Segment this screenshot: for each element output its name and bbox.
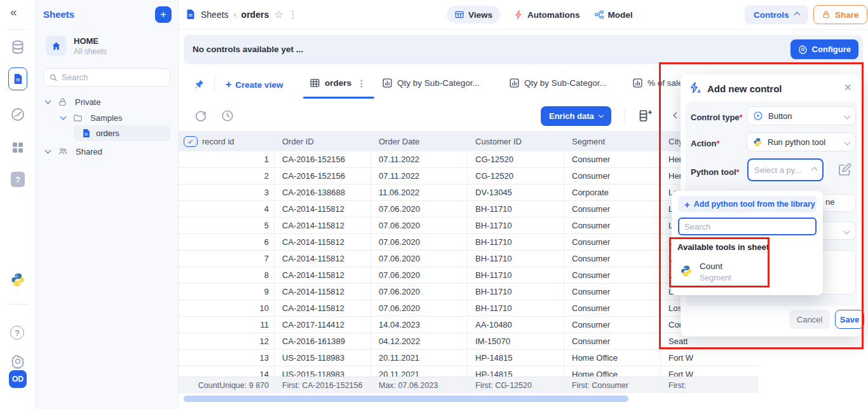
column-header-order-date[interactable]: Order Date bbox=[371, 131, 468, 151]
add-tool-from-library-button[interactable]: + Add python tool from the library bbox=[678, 196, 817, 212]
automations-button[interactable]: Automations bbox=[514, 6, 580, 24]
cell-customer-id[interactable]: BH-11710 bbox=[468, 234, 564, 250]
cell-order-id[interactable]: CA-2014-115812 bbox=[275, 251, 371, 267]
kebab-menu-icon[interactable]: ⋮ bbox=[288, 9, 298, 20]
cancel-button[interactable]: Cancel bbox=[789, 310, 830, 329]
python-tools-icon[interactable] bbox=[10, 272, 25, 288]
cell-order-date[interactable]: 07.06.2020 bbox=[371, 267, 468, 283]
cell-order-date[interactable]: 20.11.2021 bbox=[371, 350, 468, 366]
sidebar-item-samples[interactable]: Samples bbox=[61, 110, 123, 125]
create-view-button[interactable]: + Create view bbox=[226, 79, 283, 90]
cell-customer-id[interactable]: CG-12520 bbox=[468, 151, 564, 167]
cell-order-id[interactable]: CA-2014-115812 bbox=[275, 201, 371, 217]
cell-order-date[interactable]: 11.06.2022 bbox=[371, 184, 468, 200]
views-button[interactable]: Views bbox=[447, 6, 500, 24]
controls-button[interactable]: Controls bbox=[745, 5, 808, 24]
table-row[interactable]: 12 CA-2016-161389 04.12.2022 IM-15070 Co… bbox=[179, 333, 758, 350]
unknown-app-icon[interactable]: ? bbox=[11, 172, 25, 187]
cell-order-id[interactable]: CA-2014-115812 bbox=[275, 234, 371, 250]
aggregate-cell[interactable]: First: bbox=[661, 377, 757, 393]
help-icon[interactable]: ? bbox=[10, 326, 24, 340]
cell-order-id[interactable]: CA-2014-115812 bbox=[275, 267, 371, 283]
settings-gear-icon[interactable] bbox=[10, 354, 25, 369]
column-header-order-id[interactable]: Order ID bbox=[275, 131, 371, 151]
cell-customer-id[interactable]: BH-11710 bbox=[468, 267, 564, 283]
cell-order-id[interactable]: CA-2014-115812 bbox=[275, 218, 371, 233]
edit-icon[interactable] bbox=[837, 162, 852, 177]
tool-item-count[interactable]: Count Segment bbox=[675, 256, 809, 288]
cell-order-date[interactable]: 07.06.2020 bbox=[371, 218, 468, 233]
cell-segment[interactable]: Consumer bbox=[564, 218, 661, 233]
cell-segment[interactable]: Consumer bbox=[564, 300, 661, 316]
save-button[interactable]: Save bbox=[835, 310, 864, 329]
cell-order-id[interactable]: CA-2016-152156 bbox=[275, 151, 371, 167]
cell-record-id[interactable]: 1 bbox=[179, 151, 275, 167]
cell-order-id[interactable]: CA-2016-161389 bbox=[275, 333, 371, 349]
aggregate-cell[interactable]: Max: 07.06.2023 bbox=[371, 377, 468, 393]
cell-order-id[interactable]: US-2015-118983 bbox=[275, 350, 371, 366]
cell-city[interactable]: Fort W bbox=[661, 350, 757, 366]
python-tool-select[interactable]: Select a py... bbox=[747, 158, 824, 181]
cell-record-id[interactable]: 4 bbox=[179, 201, 275, 217]
cell-order-id[interactable]: CA-2016-152156 bbox=[275, 168, 371, 184]
user-avatar[interactable]: OD bbox=[9, 370, 27, 388]
tool-search-input[interactable] bbox=[684, 222, 810, 232]
cell-customer-id[interactable]: HP-14815 bbox=[468, 350, 564, 366]
cell-record-id[interactable]: 2 bbox=[179, 168, 275, 184]
view-tab-chart-1[interactable]: Qty by Sub-Categor... bbox=[382, 78, 480, 88]
view-tab-orders[interactable]: orders ⋮ bbox=[309, 78, 366, 88]
tool-search-box[interactable] bbox=[678, 218, 817, 235]
table-row[interactable]: 14 US-2015-118983 20.11.2021 HP-14815 Ho… bbox=[179, 366, 758, 377]
cell-customer-id[interactable]: BH-11710 bbox=[468, 218, 564, 233]
sidebar-search-input[interactable] bbox=[62, 73, 157, 82]
refresh-icon[interactable] bbox=[194, 109, 208, 123]
breadcrumb-root[interactable]: Sheets bbox=[201, 10, 229, 20]
aggregate-cell[interactable]: CountUnique: 9 870 bbox=[179, 377, 275, 393]
cell-order-date[interactable]: 20.11.2021 bbox=[371, 366, 468, 377]
cell-order-date[interactable]: 14.04.2023 bbox=[371, 317, 468, 333]
cell-segment[interactable]: Home Office bbox=[564, 366, 661, 377]
cell-record-id[interactable]: 10 bbox=[179, 300, 275, 316]
enrich-data-button[interactable]: Enrich data bbox=[541, 106, 611, 126]
sheets-nav-icon[interactable] bbox=[8, 67, 27, 90]
chevron-down-icon[interactable] bbox=[60, 114, 67, 120]
cell-record-id[interactable]: 12 bbox=[179, 333, 275, 349]
cell-customer-id[interactable]: BH-11710 bbox=[468, 201, 564, 217]
control-type-select[interactable]: Button bbox=[747, 106, 856, 125]
aggregate-cell[interactable]: First: Consumer bbox=[564, 377, 661, 393]
action-select[interactable]: Run python tool bbox=[747, 132, 856, 151]
view-tab-chart-2[interactable]: Qty by Sub-Categor... bbox=[509, 78, 607, 88]
cell-record-id[interactable]: 11 bbox=[179, 317, 275, 333]
aggregate-cell[interactable]: First: CG-12520 bbox=[468, 377, 564, 393]
aggregate-cell[interactable]: First: CA-2016-152156 bbox=[275, 377, 371, 393]
column-header-segment[interactable]: Segment bbox=[564, 131, 661, 151]
kebab-menu-icon[interactable]: ⋮ bbox=[357, 78, 366, 88]
cell-segment[interactable]: Consumer bbox=[564, 168, 661, 184]
cell-record-id[interactable]: 6 bbox=[179, 234, 275, 250]
cell-record-id[interactable]: 8 bbox=[179, 267, 275, 283]
add-column-icon[interactable] bbox=[637, 108, 653, 123]
database-icon[interactable] bbox=[10, 39, 25, 55]
sidebar-item-private[interactable]: Private bbox=[46, 94, 100, 109]
cell-segment[interactable]: Consumer bbox=[564, 201, 661, 217]
apps-grid-icon[interactable] bbox=[10, 140, 25, 155]
cell-customer-id[interactable]: IM-15070 bbox=[468, 333, 564, 349]
cell-customer-id[interactable]: CG-12520 bbox=[468, 168, 564, 184]
cell-order-date[interactable]: 07.06.2020 bbox=[371, 251, 468, 267]
column-header-customer-id[interactable]: Customer ID bbox=[468, 131, 564, 151]
cell-record-id[interactable]: 7 bbox=[179, 251, 275, 267]
cell-customer-id[interactable]: BH-11710 bbox=[468, 300, 564, 316]
share-button[interactable]: Share bbox=[813, 5, 867, 24]
cell-order-id[interactable]: CA-2016-138688 bbox=[275, 184, 371, 200]
cell-order-date[interactable]: 07.11.2022 bbox=[371, 151, 468, 167]
pin-icon[interactable] bbox=[194, 79, 205, 90]
cell-segment[interactable]: Consumer bbox=[564, 251, 661, 267]
cell-order-id[interactable]: CA-2014-115812 bbox=[275, 300, 371, 316]
chevron-down-icon[interactable] bbox=[45, 148, 51, 154]
horizontal-scrollbar[interactable] bbox=[184, 396, 628, 402]
cell-order-date[interactable]: 07.06.2020 bbox=[371, 300, 468, 316]
star-icon[interactable]: ☆ bbox=[274, 8, 283, 20]
cell-order-date[interactable]: 07.11.2022 bbox=[371, 168, 468, 184]
cell-record-id[interactable]: 9 bbox=[179, 284, 275, 300]
cell-segment[interactable]: Consumer bbox=[564, 317, 661, 333]
